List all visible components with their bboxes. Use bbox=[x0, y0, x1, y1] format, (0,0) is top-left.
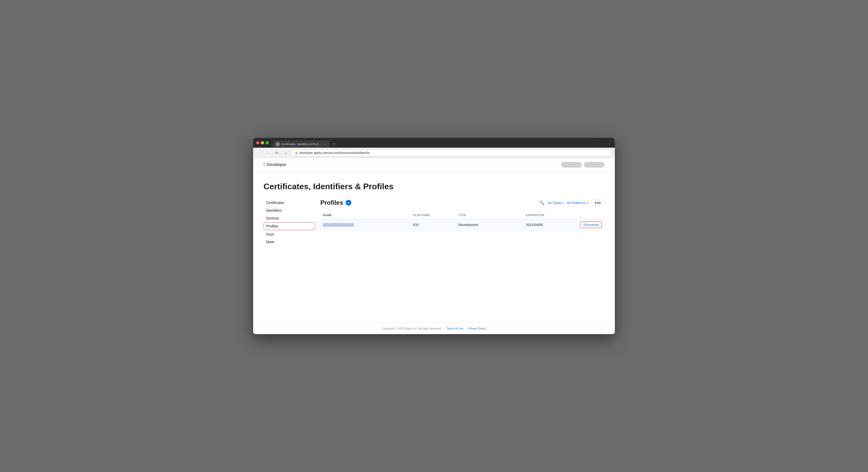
header-right bbox=[561, 162, 604, 167]
profiles-section-title: Profiles bbox=[320, 199, 343, 206]
column-header-expiration: EXPIRATION bbox=[526, 214, 571, 217]
add-profile-button[interactable]: + bbox=[346, 200, 351, 206]
table-row: iOS Development 2021/04/08 Download bbox=[320, 219, 604, 231]
tab-favicon bbox=[276, 142, 280, 146]
footer-divider-2: | bbox=[466, 327, 466, 330]
sidebar-item-devices[interactable]: Devices bbox=[264, 215, 315, 222]
tab-title: Certificates, Identifiers & Profile… bbox=[281, 143, 321, 146]
profile-name-placeholder bbox=[323, 223, 354, 227]
cell-expiration: 2021/04/08 bbox=[526, 223, 571, 227]
minimize-window-button[interactable] bbox=[261, 141, 264, 144]
back-button[interactable]: ← bbox=[256, 150, 262, 156]
column-header-platform: PLATFORM bbox=[413, 214, 458, 217]
filter-types-button[interactable]: All Types ▾ bbox=[548, 201, 564, 205]
edit-button[interactable]: Edit bbox=[591, 199, 604, 206]
main-panel: Profiles + 🔍 All Types ▾ bbox=[315, 199, 604, 246]
page-title: Certificates, Identifiers & Profiles bbox=[264, 182, 604, 191]
lock-icon: 🔒 bbox=[295, 151, 298, 154]
sidebar-item-certificates[interactable]: Certificates bbox=[264, 199, 315, 206]
tab-bar: Certificates, Identifiers & Profile… ✕ + bbox=[273, 138, 606, 148]
cell-action: Download bbox=[571, 222, 602, 228]
column-header-type: TYPE bbox=[458, 214, 526, 217]
forward-button[interactable]: → bbox=[265, 150, 271, 156]
copyright-text: Copyright © 2020 Apple Inc. All rights r… bbox=[382, 327, 442, 330]
column-header-name[interactable]: NAME ↓ bbox=[323, 214, 413, 217]
home-icon: ⌂ bbox=[285, 151, 287, 155]
cell-platform: iOS bbox=[413, 223, 458, 227]
sidebar: Certificates Identifiers Devices Profile… bbox=[264, 199, 315, 246]
maximize-window-button[interactable] bbox=[266, 141, 269, 144]
cell-type: Development bbox=[458, 223, 526, 227]
search-button[interactable]: 🔍 bbox=[539, 200, 545, 205]
traffic-lights bbox=[256, 141, 269, 144]
window-menu-button[interactable]: ⋮ bbox=[608, 140, 612, 145]
address-bar: ← → ↻ ⌂ 🔒 developer.apple.com/account/re… bbox=[253, 148, 615, 158]
privacy-policy-link[interactable]: Privacy Policy bbox=[468, 327, 486, 330]
new-tab-button[interactable]: + bbox=[331, 140, 338, 148]
table-header: NAME ↓ PLATFORM TYPE EXPIRATION bbox=[320, 212, 604, 219]
page-content:  Developer Certificates, Identifiers & … bbox=[253, 158, 615, 334]
main-area: Certificates, Identifiers & Profiles Cer… bbox=[253, 171, 615, 322]
address-input[interactable]: 🔒 developer.apple.com/account/resources/… bbox=[291, 150, 612, 156]
content-layout: Certificates Identifiers Devices Profile… bbox=[264, 199, 604, 246]
sidebar-item-more[interactable]: More bbox=[264, 238, 315, 246]
sidebar-item-identifiers[interactable]: Identifiers bbox=[264, 207, 315, 214]
close-window-button[interactable] bbox=[256, 141, 259, 144]
all-types-label: All Types bbox=[548, 201, 561, 205]
title-bar: Certificates, Identifiers & Profile… ✕ +… bbox=[253, 138, 615, 148]
column-header-action bbox=[571, 214, 602, 217]
refresh-icon: ↻ bbox=[275, 151, 278, 155]
apple-logo:  Developer bbox=[264, 162, 286, 167]
sort-arrow-icon: ↓ bbox=[333, 214, 334, 216]
home-button[interactable]: ⌂ bbox=[283, 150, 289, 156]
refresh-button[interactable]: ↻ bbox=[274, 150, 280, 156]
browser-window: Certificates, Identifiers & Profile… ✕ +… bbox=[253, 138, 615, 334]
download-button[interactable]: Download bbox=[580, 222, 602, 228]
page-footer: Copyright © 2020 Apple Inc. All rights r… bbox=[253, 322, 615, 334]
all-platforms-label: All Platforms bbox=[567, 201, 586, 205]
footer-divider: | bbox=[444, 327, 444, 330]
active-tab[interactable]: Certificates, Identifiers & Profile… ✕ bbox=[273, 140, 330, 148]
platforms-chevron-icon: ▾ bbox=[587, 201, 588, 204]
header-controls: 🔍 All Types ▾ All Platforms ▾ Edit bbox=[539, 199, 604, 206]
terms-of-use-link[interactable]: Terms of Use bbox=[447, 327, 463, 330]
sidebar-item-keys[interactable]: Keys bbox=[264, 230, 315, 238]
back-icon: ← bbox=[257, 151, 261, 155]
tab-close-button[interactable]: ✕ bbox=[323, 142, 327, 146]
profiles-header: Profiles + 🔍 All Types ▾ bbox=[320, 199, 604, 206]
plus-icon: + bbox=[347, 201, 349, 205]
search-icon: 🔍 bbox=[539, 201, 545, 205]
sidebar-item-profiles[interactable]: Profiles bbox=[264, 222, 315, 230]
cell-name bbox=[323, 223, 413, 227]
header-user-pill-2 bbox=[584, 162, 604, 167]
types-chevron-icon: ▾ bbox=[562, 201, 564, 204]
filter-platforms-button[interactable]: All Platforms ▾ bbox=[567, 201, 588, 205]
developer-header:  Developer bbox=[253, 158, 615, 171]
header-user-pill-1 bbox=[561, 162, 582, 167]
forward-icon: → bbox=[266, 151, 270, 155]
url-text: developer.apple.com/account/resources/pr… bbox=[300, 151, 370, 155]
